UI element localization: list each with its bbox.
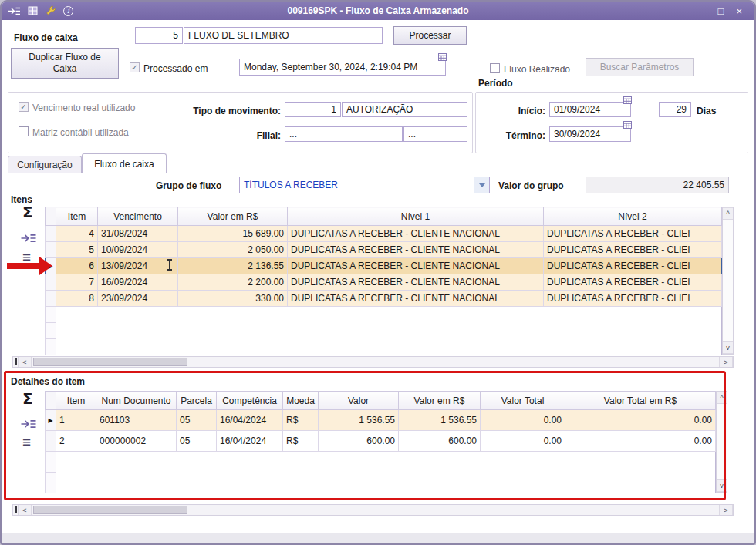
- termino-label: Término:: [493, 130, 545, 141]
- cell[interactable]: DUPLICATAS A RECEBER - CLIENTE NACIONAL: [288, 258, 544, 274]
- application-window: i 009169SPK - Fluxo de Caixa Armazenado …: [0, 0, 756, 545]
- scroll-left-button[interactable]: <: [18, 505, 32, 515]
- termino-date-field[interactable]: 30/09/2024: [549, 126, 631, 142]
- cell[interactable]: 5: [56, 242, 98, 258]
- filial-nome-field[interactable]: ...: [403, 126, 467, 142]
- filial-codigo-value: ...: [289, 129, 297, 140]
- cell[interactable]: 16/09/2024: [98, 274, 178, 291]
- fluxo-numero-field[interactable]: 5: [135, 27, 183, 44]
- duplicar-fluxo-button[interactable]: Duplicar Fluxo de Caixa: [11, 48, 119, 79]
- cell[interactable]: DUPLICATAS A RECEBER - CLIEI: [544, 242, 722, 258]
- buscar-parametros-button[interactable]: Buscar Parâmetros: [586, 58, 694, 76]
- periodo-groupbox: [475, 92, 748, 153]
- row-selector[interactable]: [46, 226, 56, 242]
- combo-dropdown-button[interactable]: [474, 177, 489, 193]
- scroll-left-button[interactable]: <: [18, 357, 32, 367]
- column-header[interactable]: Nível 2: [544, 207, 722, 226]
- cell[interactable]: 330.00: [178, 291, 288, 307]
- cell[interactable]: DUPLICATAS A RECEBER - CLIENTE NACIONAL: [288, 242, 544, 258]
- grid-icon[interactable]: [28, 6, 38, 15]
- scroll-up-button[interactable]: ^: [723, 207, 733, 220]
- movimento-groupbox: [8, 92, 473, 153]
- filial-nome-value: ...: [408, 129, 416, 140]
- scroll-thumb[interactable]: [33, 358, 187, 366]
- table-row[interactable]: 510/09/20242 050.00DUPLICATAS A RECEBER …: [46, 242, 722, 258]
- vencimento-real-checkbox[interactable]: ✓: [19, 102, 29, 112]
- goto-current-row-icon[interactable]: [20, 233, 37, 246]
- text-cursor: [166, 259, 173, 271]
- row-selector[interactable]: [46, 291, 56, 307]
- table-row[interactable]: 716/09/20242 200.00DUPLICATAS A RECEBER …: [46, 274, 722, 291]
- chevron-down-icon: [479, 183, 485, 187]
- itens-table[interactable]: ItemVencimentoValor em R$Nível 1Nível 24…: [45, 207, 722, 355]
- cell[interactable]: DUPLICATAS A RECEBER - CLIEI: [544, 226, 722, 242]
- cell[interactable]: DUPLICATAS A RECEBER - CLIEI: [544, 291, 722, 307]
- minimize-button[interactable]: –: [700, 5, 705, 17]
- scroll-right-button[interactable]: >: [719, 357, 733, 367]
- close-button[interactable]: ×: [736, 5, 742, 17]
- navigate-icon[interactable]: [8, 6, 21, 16]
- itens-horizontal-scrollbar[interactable]: < >: [12, 356, 734, 368]
- filial-codigo-field[interactable]: ...: [285, 126, 403, 142]
- cell[interactable]: DUPLICATAS A RECEBER - CLIEI: [544, 274, 722, 291]
- matriz-contabil-checkbox[interactable]: [19, 126, 29, 136]
- calendar-icon[interactable]: [623, 96, 632, 104]
- scroll-tick: [15, 506, 17, 513]
- cell[interactable]: DUPLICATAS A RECEBER - CLIENTE NACIONAL: [288, 226, 544, 242]
- calendar-icon[interactable]: [623, 121, 632, 129]
- fluxo-realizado-checkbox[interactable]: [490, 63, 500, 73]
- cell[interactable]: 4: [56, 226, 98, 242]
- inicio-date-field[interactable]: 01/09/2024: [549, 102, 631, 117]
- window-title: 009169SPK - Fluxo de Caixa Armazenado: [2, 5, 754, 16]
- scroll-right-button[interactable]: >: [719, 505, 733, 515]
- processar-button[interactable]: Processar: [393, 26, 467, 45]
- table-row[interactable]: ▶613/09/20242 136.55DUPLICATAS A RECEBER…: [46, 258, 722, 274]
- tab-fluxo-de-caixa[interactable]: Fluxo de caixa: [82, 153, 167, 173]
- row-selector[interactable]: [46, 274, 56, 291]
- cell[interactable]: 8: [56, 291, 98, 307]
- column-header[interactable]: Vencimento: [98, 207, 178, 226]
- cell[interactable]: DUPLICATAS A RECEBER - CLIENTE NACIONAL: [288, 274, 544, 291]
- column-header[interactable]: Nível 1: [288, 207, 544, 226]
- scroll-thumb[interactable]: [33, 506, 187, 514]
- cell[interactable]: 23/09/2024: [98, 291, 178, 307]
- column-header[interactable]: Item: [56, 207, 98, 226]
- cell[interactable]: 2 200.00: [178, 274, 288, 291]
- cell[interactable]: DUPLICATAS A RECEBER - CLIENTE NACIONAL: [288, 291, 544, 307]
- sum-icon[interactable]: Σ: [22, 203, 33, 221]
- scroll-tick: [15, 358, 17, 365]
- dias-field[interactable]: 29: [659, 102, 691, 117]
- fluxo-nome-field[interactable]: FLUXO DE SETEMBRO: [184, 27, 383, 44]
- title-bar[interactable]: i 009169SPK - Fluxo de Caixa Armazenado …: [2, 2, 754, 20]
- valor-do-grupo-value: 22 405.55: [683, 180, 724, 190]
- cell[interactable]: 6: [56, 258, 98, 274]
- scroll-down-button[interactable]: v: [723, 341, 733, 354]
- cell[interactable]: 7: [56, 274, 98, 291]
- row-selector[interactable]: [46, 242, 56, 258]
- tipo-movimento-nome-field[interactable]: AUTORIZAÇÃO: [342, 102, 467, 117]
- check-icon: ✓: [20, 103, 26, 111]
- wrench-icon[interactable]: [45, 5, 56, 16]
- table-row[interactable]: 823/09/2024330.00DUPLICATAS A RECEBER - …: [46, 291, 722, 307]
- detalhes-horizontal-scrollbar[interactable]: < >: [12, 504, 734, 516]
- info-icon[interactable]: i: [63, 6, 73, 16]
- scroll-track[interactable]: [32, 357, 719, 367]
- processado-em-date-field[interactable]: Monday, September 30, 2024, 2:19:04 PM: [239, 59, 446, 76]
- calendar-icon[interactable]: [438, 53, 447, 61]
- table-row[interactable]: 431/08/202415 689.00DUPLICATAS A RECEBER…: [46, 226, 722, 242]
- scroll-track[interactable]: [32, 505, 719, 515]
- tipo-movimento-codigo-field[interactable]: 1: [285, 102, 341, 117]
- cell[interactable]: DUPLICATAS A RECEBER - CLIEI: [544, 258, 722, 274]
- scroll-track[interactable]: [723, 220, 733, 341]
- cell[interactable]: 31/08/2024: [98, 226, 178, 242]
- cell[interactable]: 15 689.00: [178, 226, 288, 242]
- tab-configuracao[interactable]: Configuração: [8, 156, 82, 173]
- column-header[interactable]: Valor em R$: [178, 207, 288, 226]
- grupo-de-fluxo-combo[interactable]: TÍTULOS A RECEBER: [239, 177, 490, 193]
- cell[interactable]: 10/09/2024: [98, 242, 178, 258]
- cell[interactable]: 2 050.00: [178, 242, 288, 258]
- itens-vertical-scrollbar[interactable]: ^ v: [722, 207, 734, 355]
- maximize-button[interactable]: □: [718, 5, 724, 17]
- cell[interactable]: 2 136.55: [178, 258, 288, 274]
- processado-em-checkbox[interactable]: ✓: [130, 62, 140, 72]
